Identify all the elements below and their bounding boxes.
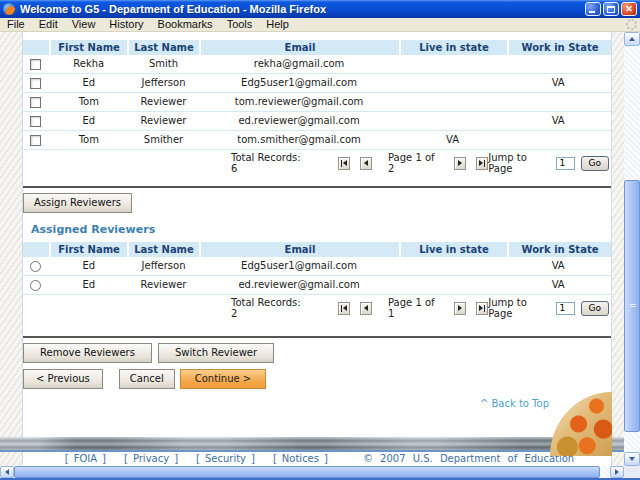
total-records-label: Total Records: 2	[231, 297, 302, 319]
firefox-icon	[3, 3, 15, 15]
section-divider	[23, 186, 611, 188]
cell-work-in-state: VA	[507, 112, 609, 130]
jump-to-page-input[interactable]	[556, 302, 575, 315]
last-name-header: Last Name	[129, 242, 199, 257]
close-button[interactable]: ✕	[621, 2, 637, 16]
remove-reviewers-button[interactable]: Remove Reviewers	[23, 343, 152, 363]
scroll-up-button[interactable]	[624, 32, 640, 46]
row-checkbox[interactable]	[30, 116, 41, 127]
assign-reviewers-button[interactable]: Assign Reviewers	[23, 193, 132, 213]
row-checkbox[interactable]	[30, 78, 41, 89]
throbber-icon	[626, 19, 637, 30]
cell-email: tom.reviewer@gmail.com	[200, 93, 397, 111]
first-name-header: First Name	[51, 242, 127, 257]
cell-first-name: Ed	[51, 112, 127, 130]
cell-last-name: Jefferson	[129, 257, 199, 275]
horizontal-scrollbar	[0, 466, 624, 478]
cell-last-name: Jefferson	[129, 74, 199, 92]
cancel-button[interactable]: Cancel	[119, 369, 175, 389]
bracket: ]	[319, 453, 333, 464]
select-column-header	[23, 242, 49, 257]
maximize-button[interactable]	[603, 2, 619, 16]
menu-bar: File Edit View History Bookmarks Tools H…	[0, 18, 640, 32]
footer-link-foia[interactable]: FOIA	[74, 453, 97, 464]
previous-button[interactable]: < Previous	[23, 369, 103, 389]
prev-page-button[interactable]	[360, 302, 372, 315]
live-in-state-header: Live in state	[401, 242, 507, 257]
maximize-icon	[607, 6, 615, 13]
back-to-top-link[interactable]: ^ Back to Top	[480, 398, 549, 409]
work-in-state-header: Work in State	[509, 242, 611, 257]
menu-bookmarks[interactable]: Bookmarks	[151, 18, 220, 31]
first-name-header: First Name	[51, 40, 127, 55]
up-arrow-icon	[629, 37, 635, 41]
bracket: ]	[246, 453, 260, 464]
jump-to-page-input[interactable]	[556, 157, 575, 170]
jump-to-page-label: Jump to Page	[488, 152, 547, 174]
bracket: [	[191, 453, 205, 464]
cell-last-name: Reviewer	[129, 276, 199, 294]
jump-to-page-label: Jump to Page	[488, 297, 547, 319]
prev-page-button[interactable]	[360, 157, 372, 170]
row-radio[interactable]	[30, 280, 41, 291]
cell-first-name: Tom	[51, 93, 127, 111]
table-row: Ed Reviewer ed.reviewer@gmail.com VA	[23, 276, 611, 295]
next-page-button[interactable]	[454, 157, 466, 170]
last-page-button[interactable]	[476, 302, 488, 315]
menu-file[interactable]: File	[0, 18, 32, 31]
table-row: Ed Reviewer ed.reviewer@gmail.com VA	[23, 112, 611, 131]
assigned-reviewers-heading: Assigned Reviewers	[31, 223, 611, 236]
table-header-row: First Name Last Name Email Live in state…	[23, 40, 611, 55]
last-page-button[interactable]	[476, 157, 488, 170]
menu-edit[interactable]: Edit	[32, 18, 65, 31]
row-checkbox[interactable]	[30, 135, 41, 146]
row-checkbox[interactable]	[30, 97, 41, 108]
bracket: [	[268, 453, 282, 464]
cell-work-in-state: VA	[507, 74, 609, 92]
menu-tools[interactable]: Tools	[220, 18, 260, 31]
menu-help[interactable]: Help	[259, 18, 296, 31]
first-page-button[interactable]	[338, 302, 350, 315]
cell-last-name: Smither	[129, 131, 199, 149]
menu-history[interactable]: History	[102, 18, 150, 31]
scroll-left-button[interactable]	[0, 466, 14, 478]
next-page-button[interactable]	[454, 302, 466, 315]
copyright-text: © 2007 U.S. Department of Education	[363, 453, 574, 464]
vertical-scroll-thumb[interactable]	[624, 180, 640, 432]
minimize-icon	[589, 11, 595, 13]
scrollbar-corner	[624, 466, 640, 478]
menu-view[interactable]: View	[65, 18, 103, 31]
row-radio[interactable]	[30, 261, 41, 272]
first-page-button[interactable]	[338, 157, 350, 170]
footer-link-security[interactable]: Security	[205, 453, 246, 464]
go-button[interactable]: Go	[581, 156, 609, 171]
cell-email: Edg5user1@gmail.com	[200, 74, 397, 92]
cell-work-in-state: VA	[507, 276, 609, 294]
browser-window: Welcome to G5 - Department of Education …	[0, 0, 640, 480]
down-arrow-icon	[629, 457, 635, 461]
row-checkbox[interactable]	[30, 59, 41, 70]
table-row: Ed Jefferson Edg5user1@gmail.com VA	[23, 257, 611, 276]
switch-reviewer-button[interactable]: Switch Reviewer	[158, 343, 274, 363]
vertical-scrollbar	[624, 32, 640, 466]
horizontal-scroll-thumb[interactable]	[14, 466, 600, 478]
page-indicator: Page 1 of 2	[388, 152, 438, 174]
available-reviewers-table: First Name Last Name Email Live in state…	[23, 40, 611, 173]
bracket: ]	[97, 453, 111, 464]
cell-live-in-state: VA	[400, 131, 506, 149]
cell-first-name: Rekha	[51, 55, 127, 73]
close-icon: ✕	[625, 5, 633, 14]
scroll-right-button[interactable]	[610, 466, 624, 478]
left-arrow-icon	[5, 469, 9, 475]
page-indicator: Page 1 of 1	[388, 297, 438, 319]
footer-link-notices[interactable]: Notices	[282, 453, 319, 464]
live-in-state-header: Live in state	[401, 40, 507, 55]
continue-button[interactable]: Continue >	[180, 369, 267, 389]
scroll-down-button[interactable]	[624, 452, 640, 466]
minimize-button[interactable]	[585, 2, 601, 16]
email-header: Email	[201, 242, 399, 257]
work-in-state-header: Work in State	[509, 40, 611, 55]
go-button[interactable]: Go	[581, 301, 609, 316]
thumb-grip-icon	[630, 304, 636, 308]
footer-link-privacy[interactable]: Privacy	[133, 453, 169, 464]
